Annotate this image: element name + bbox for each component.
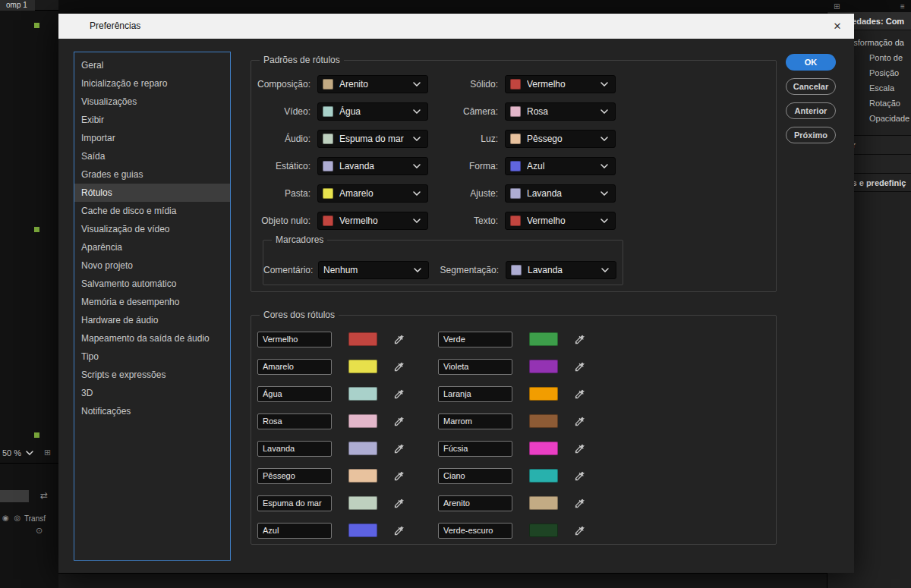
sidebar-item-inicializacao-e-reparo[interactable]: Inicialização e reparo	[74, 74, 230, 93]
eyedropper-button[interactable]	[572, 524, 586, 537]
panel-menu-icon[interactable]: ≡	[900, 2, 905, 11]
eyedropper-button[interactable]	[392, 496, 405, 510]
sidebar-item-visualizacoes[interactable]: Visualizações	[74, 93, 230, 111]
folder-dropdown[interactable]: Amarelo	[317, 184, 428, 203]
eyedropper-button[interactable]	[392, 469, 405, 483]
color-name-input[interactable]	[438, 413, 512, 429]
shape-dropdown[interactable]: Azul	[505, 157, 616, 175]
comment-dropdown[interactable]: Nenhum	[318, 261, 429, 279]
sidebar-item-exibir[interactable]: Exibir	[74, 111, 230, 129]
selection-handle[interactable]	[34, 23, 39, 28]
color-name-input[interactable]	[438, 523, 512, 539]
eyedropper-button[interactable]	[572, 469, 586, 483]
sidebar-item-3d[interactable]: 3D	[74, 384, 230, 402]
sidebar-item-visualizacao-de-video[interactable]: Visualização de vídeo	[74, 220, 230, 238]
color-swatch[interactable]	[529, 332, 558, 346]
color-swatch[interactable]	[529, 414, 558, 428]
sidebar-item-cache-de-disco[interactable]: Cache de disco e mídia	[74, 202, 230, 220]
null-object-dropdown[interactable]: Vermelho	[317, 212, 428, 230]
target-icon[interactable]: ⊙	[36, 526, 43, 536]
text-dropdown[interactable]: Vermelho	[505, 212, 616, 230]
dialog-titlebar[interactable]: Preferências ✕	[58, 14, 854, 39]
color-swatch[interactable]	[529, 360, 558, 373]
previous-button[interactable]: Anterior	[786, 102, 836, 119]
color-swatch[interactable]	[348, 332, 377, 346]
color-name-input[interactable]	[257, 359, 332, 375]
grid-options-icon[interactable]: ⊞	[44, 448, 51, 458]
sidebar-item-rotulos[interactable]: Rótulos	[74, 184, 230, 202]
color-swatch[interactable]	[529, 442, 558, 455]
eyedropper-button[interactable]	[392, 332, 405, 346]
color-name-input[interactable]	[438, 332, 512, 347]
zoom-control[interactable]: 50 %	[2, 448, 33, 458]
sidebar-item-memoria-e-desempenho[interactable]: Memória e desempenho	[74, 293, 230, 311]
audio-dropdown[interactable]: Espuma do mar	[317, 130, 428, 148]
eyedropper-button[interactable]	[572, 442, 586, 455]
color-name-input[interactable]	[438, 441, 512, 457]
sidebar-item-notificacoes[interactable]: Notificações	[74, 402, 230, 420]
segmentation-dropdown[interactable]: Lavanda	[506, 261, 616, 279]
eyedropper-button[interactable]	[572, 414, 586, 428]
sidebar-item-aparencia[interactable]: Aparência	[74, 238, 230, 256]
eyedropper-button[interactable]	[572, 496, 586, 510]
adjustment-dropdown[interactable]: Lavanda	[505, 184, 616, 203]
color-name-input[interactable]	[438, 359, 512, 375]
transfer-controls-icon[interactable]: ⇄	[40, 490, 48, 501]
color-swatch[interactable]	[529, 469, 558, 483]
color-swatch[interactable]	[529, 496, 558, 510]
color-name-input[interactable]	[257, 413, 332, 429]
eyedropper-button[interactable]	[392, 442, 405, 455]
sidebar-item-geral[interactable]: Geral	[74, 56, 230, 74]
composition-dropdown[interactable]: Arenito	[317, 75, 428, 93]
color-name-input[interactable]	[438, 495, 512, 511]
close-icon[interactable]: ✕	[831, 20, 844, 33]
color-name-input[interactable]	[257, 441, 332, 457]
eyedropper-button[interactable]	[572, 360, 586, 373]
video-dropdown[interactable]: Água	[317, 102, 428, 121]
selection-handle[interactable]	[34, 227, 39, 232]
sidebar-item-novo-projeto[interactable]: Novo projeto	[74, 256, 230, 275]
visibility-icons[interactable]: ◉ ◎	[2, 514, 22, 522]
sidebar-item-mapeamento-saida-audio[interactable]: Mapeamento da saída de áudio	[74, 329, 230, 347]
static-dropdown[interactable]: Lavanda	[317, 157, 428, 175]
property-label[interactable]: Ponto de	[854, 53, 903, 62]
sidebar-item-saida[interactable]: Saída	[74, 147, 230, 165]
sidebar-item-salvamento-automatico[interactable]: Salvamento automático	[74, 275, 230, 293]
color-swatch[interactable]	[348, 469, 377, 483]
camera-dropdown[interactable]: Rosa	[505, 102, 616, 121]
color-swatch[interactable]	[529, 387, 558, 401]
property-label[interactable]: Escala	[854, 83, 894, 93]
eyedropper-button[interactable]	[392, 414, 405, 428]
comp-tab[interactable]: omp 1	[0, 0, 35, 11]
color-name-input[interactable]	[257, 523, 332, 539]
color-swatch[interactable]	[529, 524, 558, 537]
color-name-input[interactable]	[438, 386, 512, 402]
color-name-input[interactable]	[438, 468, 512, 484]
sidebar-item-grades-e-guias[interactable]: Grades e guias	[74, 165, 230, 184]
color-name-input[interactable]	[257, 332, 332, 347]
eyedropper-button[interactable]	[392, 387, 405, 401]
eyedropper-button[interactable]	[392, 524, 405, 537]
ok-button[interactable]: OK	[786, 54, 836, 71]
color-swatch[interactable]	[348, 524, 377, 537]
color-name-input[interactable]	[257, 386, 332, 402]
color-swatch[interactable]	[348, 414, 377, 428]
panel-grid-icon[interactable]: ⊞	[834, 2, 840, 11]
sidebar-item-scripts-e-expressoes[interactable]: Scripts e expressões	[74, 366, 230, 384]
sidebar-item-importar[interactable]: Importar	[74, 129, 230, 147]
selection-handle[interactable]	[34, 432, 39, 438]
cancel-button[interactable]: Cancelar	[786, 78, 836, 95]
color-swatch[interactable]	[348, 442, 377, 455]
color-name-input[interactable]	[257, 468, 332, 484]
property-label[interactable]: Rotação	[854, 99, 900, 108]
color-name-input[interactable]	[257, 495, 332, 511]
light-dropdown[interactable]: Pêssego	[505, 130, 616, 148]
next-button[interactable]: Próximo	[786, 127, 836, 143]
solid-dropdown[interactable]: Vermelho	[505, 75, 616, 93]
sidebar-item-tipo[interactable]: Tipo	[74, 347, 230, 366]
property-label[interactable]: Opacidade	[854, 114, 909, 123]
eyedropper-button[interactable]	[572, 387, 586, 401]
sidebar-item-hardware-de-audio[interactable]: Hardware de áudio	[74, 311, 230, 329]
eyedropper-button[interactable]	[392, 360, 405, 373]
color-swatch[interactable]	[348, 360, 377, 373]
